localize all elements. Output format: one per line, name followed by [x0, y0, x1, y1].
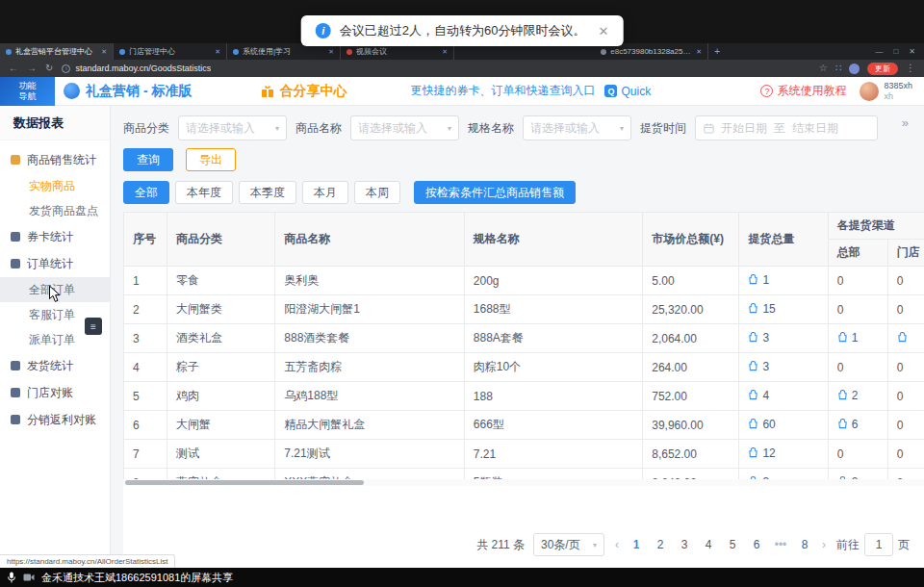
goto-page-input[interactable] — [864, 533, 893, 556]
table-row[interactable]: 1零食奥利奥200g5.00100 — [124, 267, 924, 295]
sidebar-item[interactable]: 实物商品 — [0, 173, 110, 198]
sidebar-group-label: 分销返利对账 — [27, 412, 96, 428]
browser-tab[interactable]: 礼盒营销平台管理中心✕ — [0, 43, 114, 60]
query-button[interactable]: 查询 — [123, 148, 173, 171]
omnibox[interactable]: i standard.maboy.cn/GoodsStatistics — [62, 64, 809, 73]
browser-addressbar: ← → ↻ i standard.maboy.cn/GoodsStatistic… — [0, 60, 924, 77]
filter-select[interactable]: 请选择或输入▾ — [523, 115, 631, 140]
filter-label: 商品分类 — [123, 120, 169, 137]
site-info-icon[interactable]: i — [62, 64, 70, 73]
tab-close-icon[interactable]: ✕ — [328, 48, 334, 56]
user-menu[interactable]: 8385xh xh — [860, 81, 912, 101]
maximize-icon[interactable]: □ — [893, 47, 898, 56]
table-row[interactable]: 5鸡肉乌鸡188型188752.00420 — [124, 382, 924, 411]
status-link-preview: https://standard.maboy.cn/AllOrderStatis… — [0, 554, 175, 568]
pickup-count — [897, 332, 911, 343]
page-number[interactable]: 1 — [628, 534, 645, 555]
sidebar-group[interactable]: 分销返利对账 — [0, 406, 110, 433]
page-number[interactable]: 5 — [724, 534, 741, 555]
prev-page-icon[interactable]: ‹ — [613, 538, 621, 551]
table-cell: 888酒类套餐 — [275, 324, 464, 353]
page-number[interactable]: 4 — [700, 534, 717, 555]
horizontal-scrollbar[interactable] — [123, 479, 924, 486]
table-row[interactable]: 3酒类礼盒888酒类套餐888A套餐2,064.0031 — [124, 324, 924, 353]
toast-message: 会议已超过2人，自动转为60分钟限时会议。 — [340, 22, 586, 39]
next-page-icon[interactable]: › — [820, 538, 828, 551]
sidebar-group[interactable]: 发货统计 — [0, 352, 110, 379]
range-tab[interactable]: 本年度 — [175, 181, 233, 204]
share-center-link[interactable]: 合分享中心 — [261, 83, 346, 100]
sidebar-menu: 商品销售统计实物商品发货商品盘点券卡统计订单统计全部订单客服订单派单订单发货统计… — [0, 140, 110, 433]
table-cell: 4 — [124, 353, 167, 382]
range-tab[interactable]: 本月 — [302, 181, 348, 204]
browser-profile-avatar[interactable] — [849, 64, 860, 74]
table-row[interactable]: 2大闸蟹类阳澄湖大闸蟹11688型25,320.001500 — [124, 295, 924, 324]
function-nav-button[interactable]: 功能导航 — [0, 77, 55, 106]
summary-by-criteria-button[interactable]: 按检索条件汇总商品销售额 — [414, 181, 576, 204]
sidebar-group[interactable]: 商品销售统计 — [0, 146, 110, 173]
tab-close-icon[interactable]: ✕ — [442, 48, 448, 56]
table-row[interactable]: 6大闸蟹精品大闸蟹礼盒666型39,960.006060 — [124, 411, 924, 440]
page-number[interactable]: 8 — [796, 534, 813, 555]
table-cell: 鸡肉 — [167, 382, 275, 411]
reload-icon[interactable]: ↻ — [45, 64, 53, 73]
bookmark-star-icon[interactable]: ☆ — [819, 64, 828, 73]
tab-close-icon[interactable]: ✕ — [101, 48, 107, 56]
export-button[interactable]: 导出 — [186, 148, 236, 171]
chevron-down-icon: ▾ — [593, 541, 597, 549]
sidebar-group[interactable]: 券卡统计 — [0, 223, 110, 250]
tab-close-icon[interactable]: ✕ — [696, 48, 702, 56]
page-number[interactable]: 3 — [676, 534, 693, 555]
page-size-select[interactable]: 30条/页 ▾ — [533, 533, 604, 556]
back-icon[interactable]: ← — [9, 64, 18, 73]
range-tab[interactable]: 全部 — [123, 181, 169, 204]
pickup-count: 1 — [748, 273, 769, 287]
app-logo-icon — [64, 83, 80, 99]
forward-icon[interactable]: → — [27, 64, 37, 73]
select-placeholder: 请选择或输入 — [530, 120, 600, 137]
pickup-count: 60 — [748, 418, 775, 431]
table-cell: 2,064.00 — [643, 324, 739, 353]
browser-menu-icon[interactable]: ⋮ — [906, 64, 915, 73]
browser-tab[interactable]: 门店管理中心✕ — [114, 43, 227, 60]
quick-entry-desc[interactable]: 更快捷的券卡、订单和快递查询入口 — [410, 83, 595, 99]
pickup-date-range-picker[interactable]: 开始日期 至 结束日期 — [695, 115, 878, 140]
table-row[interactable]: 7测试7.21测试7.218,652.001200 — [124, 440, 924, 469]
page-number[interactable]: 2 — [652, 534, 669, 555]
filter-select[interactable]: 请选择或输入▾ — [350, 115, 459, 140]
select-placeholder: 请选择或输入 — [358, 120, 427, 137]
page-number[interactable]: 6 — [748, 534, 765, 555]
table-cell: 精品大闸蟹礼盒 — [275, 411, 464, 440]
scrollbar-thumb[interactable] — [125, 480, 364, 485]
column-header-group: 各提货渠道 — [828, 213, 924, 240]
collapse-sidebar-icon[interactable]: » — [902, 115, 909, 130]
sidebar-item[interactable]: 全部订单 — [0, 277, 110, 302]
browser-update-button[interactable]: 更新 — [867, 63, 898, 75]
table-cell: 5.00 — [643, 267, 739, 295]
sidebar-item[interactable]: 发货商品盘点 — [0, 198, 110, 223]
extensions-icon[interactable]: ∷ — [835, 64, 841, 73]
pickup-value: 6 — [852, 418, 859, 431]
sidebar-title: 数据报表 — [0, 106, 110, 140]
tab-close-icon[interactable]: ✕ — [215, 48, 220, 56]
help-icon: ? — [760, 85, 773, 97]
quick-link[interactable]: Q Quick — [604, 85, 651, 98]
floating-handle[interactable]: ≡ — [85, 318, 102, 335]
table-scroll-area[interactable]: 序号商品分类商品名称规格名称市场价总额(¥)提货总量各提货渠道总部门店1零食奥利… — [123, 212, 924, 486]
tutorial-link[interactable]: ? 系统使用教程 — [760, 83, 846, 99]
new-tab-button[interactable]: + — [708, 43, 726, 60]
range-tab[interactable]: 本季度 — [239, 181, 296, 204]
toast-close-icon[interactable]: ✕ — [598, 24, 608, 38]
filter-select[interactable]: 请选择或输入▾ — [178, 115, 287, 140]
table-cell: 大闸蟹类 — [167, 295, 275, 324]
filter-label: 规格名称 — [468, 120, 514, 137]
sidebar-group[interactable]: 订单统计 — [0, 250, 110, 277]
minimize-icon[interactable]: — — [875, 47, 883, 56]
close-icon[interactable]: ✕ — [909, 47, 915, 56]
table-cell: 7.21测试 — [275, 440, 464, 469]
range-tab[interactable]: 本周 — [354, 181, 400, 204]
table-row[interactable]: 4粽子五芳斋肉粽肉粽10个264.00300 — [124, 353, 924, 382]
sidebar-group[interactable]: 门店对账 — [0, 379, 110, 406]
quick-label: Quick — [621, 85, 651, 98]
table-cell: 7.21 — [464, 440, 642, 469]
